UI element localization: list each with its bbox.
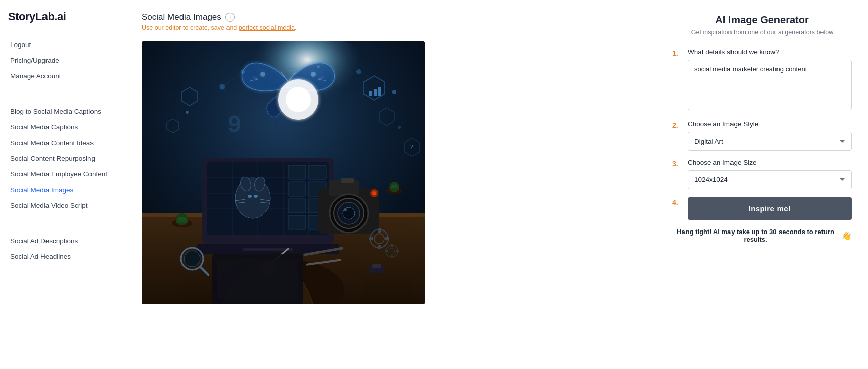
svg-rect-29 [288,215,306,229]
tools-nav-section: Blog to Social Media Captions Social Med… [8,104,117,213]
image-svg: 9 ? [142,41,425,304]
sidebar-item-ad-headlines[interactable]: Social Ad Headlines [8,249,117,264]
svg-rect-40 [341,178,354,183]
sidebar: StoryLab.ai Logout Pricing/Upgrade Manag… [0,0,125,369]
image-style-select[interactable]: Digital Art Photorealistic Anime Waterco… [688,132,852,151]
hand-emoji: 👋 [842,231,852,241]
step-2-content: Choose an Image Style Digital Art Photor… [688,120,852,151]
nav-divider-2 [8,225,117,225]
sidebar-item-content-ideas[interactable]: Social Media Content Ideas [8,135,117,150]
svg-point-44 [311,72,316,77]
svg-rect-72 [396,250,399,252]
svg-rect-53 [378,87,381,96]
nav-divider-1 [8,96,117,96]
svg-rect-25 [288,182,306,196]
panel-title: AI Image Generator [672,14,852,26]
svg-text:9: 9 [227,111,241,137]
svg-point-74 [184,251,200,267]
step-4-number: 4. [672,197,682,206]
step-3-content: Choose an Image Size 1024x1024 512x512 2… [688,159,852,189]
perfect-link[interactable]: perfect social media [239,24,295,31]
svg-rect-69 [391,244,393,247]
step-1-textarea[interactable]: social media marketer creating content [688,60,852,110]
svg-rect-65 [369,237,373,240]
sidebar-item-logout[interactable]: Logout [8,37,117,52]
svg-point-18 [254,195,258,198]
svg-rect-70 [391,255,393,258]
sidebar-item-employee-content[interactable]: Social Media Employee Content [8,167,117,181]
sidebar-item-content-repurposing[interactable]: Social Content Repurposing [8,151,117,166]
svg-rect-51 [369,91,372,96]
svg-rect-27 [288,199,306,213]
right-panel: AI Image Generator Get inspiration from … [656,0,868,369]
ad-nav-section: Social Ad Descriptions Social Ad Headlin… [8,234,117,264]
svg-rect-52 [374,89,377,96]
svg-point-17 [248,195,252,198]
sidebar-item-video-script[interactable]: Social Media Video Script [8,198,117,213]
svg-text:?: ? [409,144,413,151]
svg-rect-66 [385,237,389,240]
page-subtitle: Use our editor to create, save and perfe… [142,24,639,31]
hang-tight-message: Hang tight! AI may take up to 30 seconds… [672,228,852,243]
sidebar-item-ad-descriptions[interactable]: Social Ad Descriptions [8,234,117,248]
step-2-row: 2. Choose an Image Style Digital Art Pho… [672,120,852,151]
step-1-number: 1. [672,48,682,57]
step-3-number: 3. [672,159,682,168]
svg-rect-84 [372,264,381,268]
main-content: Social Media Images i Use our editor to … [125,0,656,369]
logo: StoryLab.ai [8,10,117,23]
svg-rect-64 [378,245,381,249]
svg-point-46 [286,87,311,112]
svg-rect-71 [385,250,388,252]
page-header: Social Media Images i [142,12,639,22]
step-2-label: Choose an Image Style [688,120,852,128]
svg-point-90 [186,111,189,114]
step-3-label: Choose an Image Size [688,159,852,166]
sidebar-item-blog-to-social[interactable]: Blog to Social Media Captions [8,104,117,119]
step-1-row: 1. What details should we know? social m… [672,48,852,112]
image-container: 9 ? [142,41,425,304]
sidebar-item-social-images[interactable]: Social Media Images [8,182,117,197]
svg-rect-63 [378,228,381,233]
step-3-row: 3. Choose an Image Size 1024x1024 512x51… [672,159,852,189]
inspire-button[interactable]: Inspire me! [688,197,852,220]
svg-point-97 [372,191,376,195]
svg-rect-23 [288,165,306,179]
info-icon[interactable]: i [225,13,235,22]
svg-rect-24 [308,165,326,179]
step-2-number: 2. [672,120,682,129]
page-title: Social Media Images [142,12,221,22]
svg-rect-80 [217,259,298,299]
step-4-content: Inspire me! [688,197,852,220]
step-1-label: What details should we know? [688,48,852,56]
svg-point-39 [344,208,347,211]
step-4-row: 4. Inspire me! [672,197,852,220]
sidebar-item-manage-account[interactable]: Manage Account [8,69,117,83]
sidebar-item-pricing[interactable]: Pricing/Upgrade [8,53,117,68]
image-size-select[interactable]: 1024x1024 512x512 256x256 1024x512 512x1… [688,170,852,189]
generated-image: 9 ? [142,41,425,304]
step-1-content: What details should we know? social medi… [688,48,852,112]
panel-subtitle: Get inspiration from one of our ai gener… [672,29,852,36]
sidebar-item-social-captions[interactable]: Social Media Captions [8,120,117,134]
top-nav-section: Logout Pricing/Upgrade Manage Account [8,37,117,83]
svg-point-43 [260,72,265,77]
svg-point-91 [398,126,401,129]
